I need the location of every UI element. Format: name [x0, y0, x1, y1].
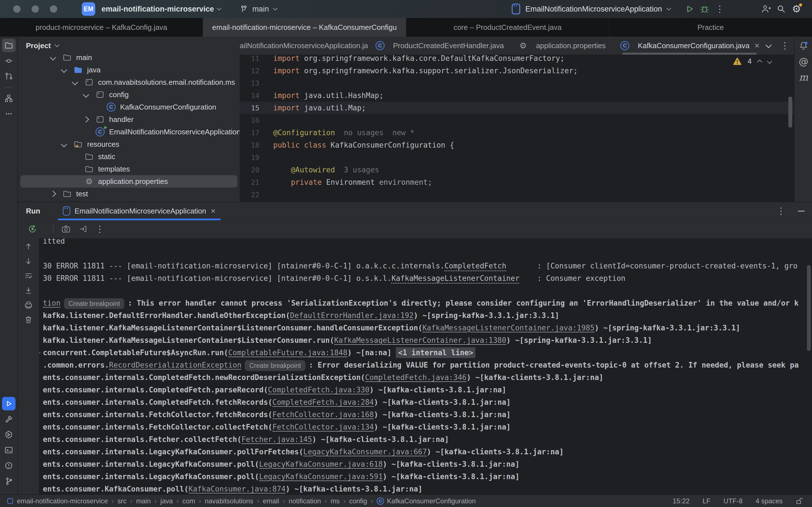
close-icon[interactable]: ×: [755, 41, 760, 50]
search-everywhere-button[interactable]: [774, 4, 789, 14]
tree-item-static[interactable]: static: [20, 151, 238, 163]
console-link[interactable]: FetchCollector.java:134: [272, 423, 374, 431]
services-tool-button[interactable]: [2, 428, 15, 441]
scroll-end-button[interactable]: [24, 286, 33, 295]
tree-item-application-properties[interactable]: ⚙application.properties: [20, 175, 238, 187]
code-line[interactable]: 15import java.util.Map;: [240, 102, 794, 114]
structure-tool-button[interactable]: [2, 92, 15, 105]
breadcrumb-item[interactable]: main: [136, 497, 151, 505]
git-tool-button[interactable]: [2, 474, 15, 488]
console-link[interactable]: CompletedFetch.java:284: [272, 398, 374, 406]
maximize-window-icon[interactable]: [50, 5, 57, 13]
notifications-button[interactable]: [797, 39, 810, 52]
maven-tool-button[interactable]: m: [797, 70, 810, 84]
create-breakpoint-chip[interactable]: Create breakpoint: [245, 360, 305, 371]
editor-scrollbar[interactable]: [788, 97, 792, 128]
console-link[interactable]: LegacyKafkaConsumer.java:667: [303, 448, 427, 456]
close-icon[interactable]: ×: [211, 206, 216, 216]
tree-item-com-navabitsolutions-email-notification-[interactable]: com.navabitsolutions.email.notification.…: [20, 76, 238, 89]
run-options-kebab-icon[interactable]: ⋮: [776, 207, 785, 216]
run-tool-button[interactable]: [2, 397, 15, 410]
console-link[interactable]: CompletedFetch.java:346: [365, 373, 467, 382]
tab-options-kebab-icon[interactable]: ⋮: [780, 41, 790, 50]
next-warning-chevron-down-icon[interactable]: [767, 59, 772, 64]
prev-warning-chevron-up-icon[interactable]: [757, 59, 762, 64]
tab-list-chevron-down-icon[interactable]: [765, 42, 772, 48]
file-tab[interactable]: ⚙application.properties: [511, 37, 612, 55]
code-line[interactable]: 16: [240, 114, 794, 126]
code-line[interactable]: 14import java.util.HashMap;: [240, 89, 794, 102]
console-link[interactable]: KafkaMessageListenerContainer.java:1380: [334, 336, 506, 344]
chevron-right-icon[interactable]: [83, 116, 89, 123]
tree-item-templates[interactable]: templates: [20, 163, 238, 175]
down-stack-button[interactable]: [24, 257, 33, 265]
code-line[interactable]: 20 @Autowired 3 usages: [240, 164, 794, 176]
clear-console-button[interactable]: [24, 316, 33, 324]
code-line[interactable]: 22: [240, 188, 794, 201]
breadcrumb-item[interactable]: com: [183, 497, 195, 505]
commit-tool-button[interactable]: [2, 54, 15, 68]
problems-tool-button[interactable]: [2, 459, 15, 472]
code-line[interactable]: 17@Configuration no usages new *: [240, 126, 794, 139]
tree-item-handler[interactable]: handler: [20, 113, 238, 126]
inspections-widget[interactable]: 4: [733, 57, 771, 66]
tree-item-resources[interactable]: resources: [20, 138, 238, 151]
console-link[interactable]: tion: [43, 299, 61, 307]
tab-scrollbar[interactable]: [622, 53, 757, 55]
breadcrumb-item[interactable]: config: [349, 497, 367, 505]
debug-button[interactable]: [697, 4, 712, 14]
run-button[interactable]: [682, 4, 697, 14]
console-scrollbar[interactable]: [807, 265, 811, 351]
tree-item-java[interactable]: java: [20, 64, 238, 76]
console-options-kebab-icon[interactable]: ⋮: [95, 224, 104, 233]
project-panel-header[interactable]: Project: [18, 41, 240, 50]
unlock-icon[interactable]: [796, 497, 804, 505]
breadcrumb-item[interactable]: email-notification-microservice: [17, 497, 108, 505]
code-line[interactable]: 21 private Environment environment;: [240, 176, 794, 188]
breadcrumb-item[interactable]: KafkaConsumerConfiguration: [387, 497, 476, 505]
run-configuration-selector[interactable]: EmailNotificationMicroserviceApplication: [512, 4, 670, 14]
project-name[interactable]: email-notification-microservice: [101, 5, 214, 13]
scroll-to-end-button[interactable]: [79, 224, 87, 233]
create-breakpoint-chip[interactable]: Create breakpoint: [64, 298, 124, 309]
hide-panel-icon[interactable]: [798, 211, 805, 212]
fold-chevron-right-icon[interactable]: >: [40, 346, 41, 359]
code-line[interactable]: 11import org.springframework.kafka.core.…: [240, 55, 794, 64]
tree-item-emailnotificationmicroserviceapplication[interactable]: C▶EmailNotificationMicroserviceApplicati…: [20, 126, 238, 138]
chevron-down-icon[interactable]: [83, 92, 89, 98]
code-with-me-button[interactable]: [758, 4, 774, 14]
print-button[interactable]: [24, 301, 33, 309]
code-line[interactable]: 13: [240, 77, 794, 89]
code-line[interactable]: 12import org.springframework.kafka.suppo…: [240, 64, 794, 77]
breadcrumb-item[interactable]: src: [117, 497, 126, 505]
ai-assistant-tool-button[interactable]: @: [797, 55, 810, 68]
minimize-window-icon[interactable]: [32, 5, 39, 13]
chevron-down-icon[interactable]: [61, 141, 67, 148]
internal-lines-fold[interactable]: <1 internal line>: [396, 347, 475, 358]
console-link[interactable]: LegacyKafkaConsumer.java:591: [259, 472, 383, 481]
tree-item-kafkaconsumerconfiguration[interactable]: CKafkaConsumerConfiguration: [20, 101, 238, 113]
console-link[interactable]: KafkaConsumer.java:874: [189, 485, 286, 493]
console-link[interactable]: CompletableFuture.java:1848: [228, 348, 347, 357]
logger-link[interactable]: KafkaMessageListenerContainer: [392, 274, 520, 283]
status-item[interactable]: 4 spaces: [756, 497, 783, 505]
tree-item-main[interactable]: main: [20, 55, 238, 64]
thread-dump-button[interactable]: [61, 224, 70, 233]
window-tab[interactable]: product-microservice – KafkaConfig.java: [0, 18, 203, 37]
console-link[interactable]: Fetcher.java:145: [241, 435, 312, 444]
more-actions-button[interactable]: ⋮: [712, 4, 727, 13]
console-link[interactable]: DefaultErrorHandler.java:192: [290, 311, 414, 320]
tree-item-config[interactable]: config: [20, 89, 238, 101]
file-tab[interactable]: CProductCreatedEventHandler.java: [368, 37, 511, 55]
project-tool-button[interactable]: [2, 39, 15, 52]
logger-link[interactable]: CompletedFetch: [444, 262, 506, 270]
breadcrumb-item[interactable]: navabitsolutions: [205, 497, 253, 505]
breadcrumb-item[interactable]: ms: [331, 497, 340, 505]
console-link[interactable]: CompletedFetch.java:330: [268, 386, 369, 394]
up-stack-button[interactable]: [24, 242, 33, 251]
more-tool-windows-button[interactable]: [2, 107, 15, 121]
vcs-branch-widget[interactable]: main: [239, 4, 277, 13]
project-chevron-down-icon[interactable]: [217, 6, 221, 11]
close-window-icon[interactable]: [13, 5, 20, 13]
console-link[interactable]: FetchCollector.java:168: [272, 410, 374, 419]
